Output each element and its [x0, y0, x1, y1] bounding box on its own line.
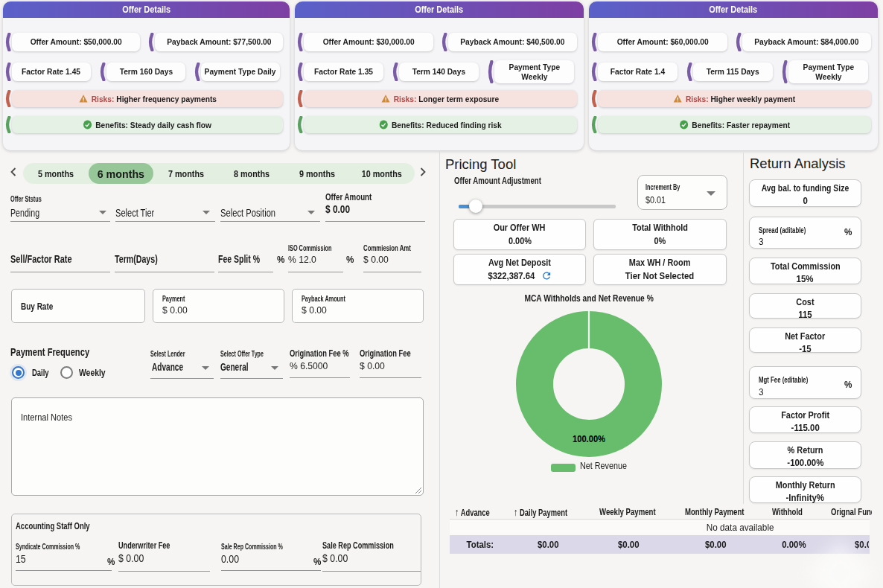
svg-text:100.00%: 100.00%: [573, 433, 605, 444]
